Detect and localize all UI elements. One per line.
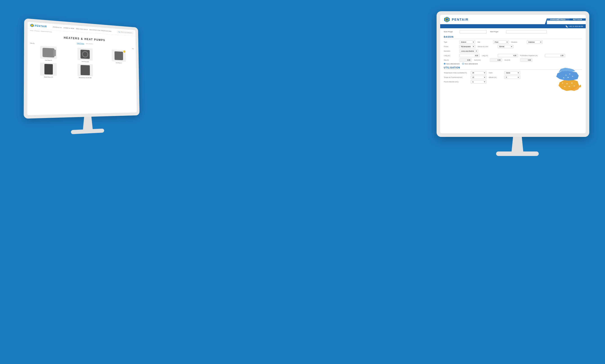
product-item-1[interactable]: InverTemp PL [30,45,66,62]
radio-sans-label: Sans débordement [446,63,459,65]
left-search-bar[interactable]: 🔍 What are you looking for? [117,30,134,34]
forme-select[interactable]: Rectangulaire [459,45,475,48]
nav-link-zones[interactable]: ZONES & NEW [64,27,74,29]
svg-text:33: 33 [564,86,565,87]
product-label-3: InverTemp LC [116,62,122,64]
right-stand-base [496,152,539,156]
surf-label: Surf.(m2) [474,59,487,61]
sub-tab-heat-pumps[interactable]: Heat Pumps [77,42,84,44]
left-logo-icon [30,23,34,27]
right-form-content: Nom Projet Ref Projet BASSIN Type Enterr… [440,28,586,129]
svg-text:89: 89 [567,77,569,78]
search-placeholder: What are you looking for? [121,31,132,33]
carte-label: Carte [489,72,502,74]
right-header: PENTAIR Paramètres Retour [440,15,586,24]
type-row: Type Enterré Site Privé Situation Extéri… [444,40,582,44]
svg-text:30: 30 [569,86,570,87]
tab-skew-left [544,18,547,28]
product-label-5: MasterTemp 125-500 MID [79,77,92,78]
left-logo-text: PENTAIR [35,25,47,28]
product-item-3[interactable]: ★ InverTemp LC [103,49,134,64]
dimensions-row: Long.(m) Larg.(m) Profondeur moyenne (m) [444,54,582,57]
carte-select[interactable]: Jaune [504,71,520,75]
temp-select[interactable]: 28 [471,71,486,75]
svg-text:16: 16 [562,82,563,84]
right-logo-icon [444,16,450,23]
right-logo-text: PENTAIR [452,18,469,21]
calc-row: Dia.(m) 0.00 Surf.(m2) 0.00 Vol.(m3) 0.0… [444,58,582,62]
situation-select[interactable]: Extérieur [527,40,543,44]
temp-row: Température d'eau souhaitée(°C) 28 Carte… [444,71,582,75]
radio-sans-dot [444,63,445,65]
product-item-2[interactable]: InverTemp DB [68,47,102,63]
long-input[interactable] [459,54,480,57]
vitesse-select[interactable]: Normal [498,45,513,48]
svg-text:13: 13 [574,85,575,87]
product-img-3: ★ [112,49,126,62]
product-img-4 [40,63,57,76]
right-header-left: PENTAIR [440,15,472,24]
tab-parametres[interactable]: Paramètres [547,18,569,21]
larg-input[interactable] [498,54,518,57]
phone-number: +41 21 623 69 99 [569,25,583,27]
long-label: Long.(m) [444,55,457,56]
altitude-label: altitude (m) [489,77,502,78]
type-select[interactable]: Enterré [459,40,475,44]
temps-label: Temps de Fonctionnement [444,77,469,78]
left-monitor: PENTAIR PRODUCTS ZONES & NEW NEW AND DOC… [18,18,148,168]
right-stand-neck [510,137,525,152]
ref-projet-input[interactable] [506,30,547,33]
ref-projet-label: Ref Projet [490,31,503,33]
search-icon: 🔍 [119,31,120,33]
product-img-2 [77,48,93,60]
forme-row: Forme Rectangulaire Vitesse du vent Norm… [444,45,582,48]
product-label-1: InverTemp PL [45,59,52,61]
product-img-5 [78,64,93,76]
svg-text:21: 21 [572,76,573,77]
left-stand-neck [82,117,94,130]
product-label-4: MasterTemp 125 [44,76,53,78]
right-screen-inner: PENTAIR Paramètres Retour [440,15,586,133]
product-item-4[interactable]: MasterTemp 125 [30,62,66,78]
altitude-select[interactable]: 0 [504,76,520,79]
left-logo: PENTAIR [30,23,47,28]
nav-link-register[interactable]: REGISTER FOR PROFESSIONAL [89,29,112,32]
sub-tab-gas-heaters[interactable]: Gas Heaters [86,43,93,45]
temps-select[interactable]: 15 [471,76,486,79]
nav-tab-group: Paramètres Retour [547,18,586,21]
situation-label: Situation [511,41,524,43]
svg-text:77: 77 [569,73,570,75]
svg-text:63: 63 [566,83,568,84]
temp-label: Température d'eau souhaitée(°C) [444,72,469,74]
section-bassin: BASSIN [444,36,582,39]
product-label-2: InverTemp DB [82,61,89,62]
left-screen-outer: PENTAIR PRODUCTS ZONES & NEW NEW AND DOC… [24,18,139,118]
right-screen-outer: PENTAIR Paramètres Retour [437,11,589,137]
nom-projet-input[interactable] [460,30,487,33]
piscine-label: Piscine Bachée (H/J) [444,81,469,83]
dia-label: Dia.(m) [444,59,457,61]
product-item-5[interactable]: MasterTemp 125-500 MID [68,64,102,78]
nav-link-docs[interactable]: NEW AND DOCS [76,28,88,30]
forme-label: Forme [444,46,457,47]
nav-link-products[interactable]: PRODUCTS [53,26,62,28]
radio-avec[interactable]: Avec débordement [462,63,478,65]
sort-label[interactable]: Sort [132,48,134,49]
radio-sans[interactable]: Sans débordement [444,63,459,65]
tab-retour[interactable]: Retour [569,18,586,21]
donnees-row: Données Long.Larg.Hauteur [444,49,582,53]
donnees-label: Données [444,50,457,52]
prof-input[interactable] [545,54,565,57]
piscine-select[interactable]: ¼ [471,80,486,83]
svg-text:69: 69 [571,82,573,84]
vol-value: 0.00 [520,58,532,62]
scene: PENTAIR PRODUCTS ZONES & NEW NEW AND DOC… [0,0,605,364]
site-label: Site [477,41,491,43]
filter-label[interactable]: Filter By [30,42,35,44]
site-select[interactable]: Privé [493,40,509,44]
type-label: Type [444,41,457,43]
phone-icon [566,25,568,27]
radio-avec-dot [462,63,464,65]
donnees-select[interactable]: Long.Larg.Hauteur [459,49,478,53]
vitesse-label: Vitesse du vent [477,46,495,47]
